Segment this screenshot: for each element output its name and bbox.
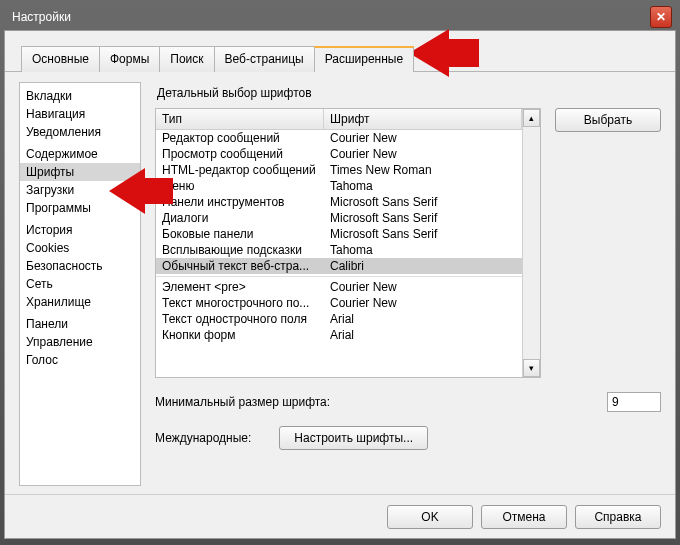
cell-type: Обычный текст веб-стра... <box>156 258 324 274</box>
center-panel: Детальный выбор шрифтов Тип Шрифт Редакт… <box>155 82 661 486</box>
sidebar-item[interactable]: История <box>20 221 140 239</box>
min-size-label: Минимальный размер шрифта: <box>155 395 597 409</box>
sidebar-item[interactable]: Управление <box>20 333 140 351</box>
cell-type: Текст многострочного по... <box>156 295 324 311</box>
col-font[interactable]: Шрифт <box>324 109 522 129</box>
sidebar-item[interactable]: Хранилище <box>20 293 140 311</box>
cell-font: Arial <box>324 311 522 327</box>
content-area: Основные Формы Поиск Веб-страницы Расшир… <box>4 30 676 539</box>
table-header: Тип Шрифт <box>156 109 522 130</box>
scroll-up-icon[interactable]: ▴ <box>523 109 540 127</box>
table-row[interactable]: Просмотр сообщенийCourier New <box>156 146 522 162</box>
sidebar: ВкладкиНавигацияУведомленияСодержимоеШри… <box>19 82 141 486</box>
window-title: Настройки <box>12 10 71 24</box>
intl-label: Международные: <box>155 431 251 445</box>
table-row[interactable]: Обычный текст веб-стра...Calibri <box>156 258 522 274</box>
tab-search[interactable]: Поиск <box>159 46 214 72</box>
table-row[interactable]: Всплывающие подсказкиTahoma <box>156 242 522 258</box>
font-table: Тип Шрифт Редактор сообщенийCourier NewП… <box>155 108 541 378</box>
cell-font: Microsoft Sans Serif <box>324 194 522 210</box>
cell-font: Times New Roman <box>324 162 522 178</box>
cell-font: Arial <box>324 327 522 343</box>
cell-type: Элемент <pre> <box>156 279 324 295</box>
scroll-down-icon[interactable]: ▾ <box>523 359 540 377</box>
table-body: Тип Шрифт Редактор сообщенийCourier NewП… <box>156 109 522 377</box>
min-size-row: Минимальный размер шрифта: <box>155 392 661 412</box>
sidebar-item[interactable]: Сеть <box>20 275 140 293</box>
sidebar-item[interactable]: Панели <box>20 315 140 333</box>
configure-fonts-button[interactable]: Настроить шрифты... <box>279 426 428 450</box>
table-row[interactable]: Текст многострочного по...Courier New <box>156 295 522 311</box>
table-row[interactable]: Текст однострочного поляArial <box>156 311 522 327</box>
cell-font: Courier New <box>324 279 522 295</box>
sidebar-item[interactable]: Загрузки <box>20 181 140 199</box>
sidebar-item[interactable]: Cookies <box>20 239 140 257</box>
table-row[interactable]: ДиалогиMicrosoft Sans Serif <box>156 210 522 226</box>
choose-button[interactable]: Выбрать <box>555 108 661 132</box>
close-icon: ✕ <box>656 10 666 24</box>
table-row[interactable]: Редактор сообщенийCourier New <box>156 130 522 146</box>
help-button[interactable]: Справка <box>575 505 661 529</box>
cell-type: Текст однострочного поля <box>156 311 324 327</box>
table-row[interactable]: HTML-редактор сообщенийTimes New Roman <box>156 162 522 178</box>
cell-type: Всплывающие подсказки <box>156 242 324 258</box>
cell-type: Панели инструментов <box>156 194 324 210</box>
cell-font: Microsoft Sans Serif <box>324 226 522 242</box>
cell-font: Courier New <box>324 146 522 162</box>
sidebar-item[interactable]: Уведомления <box>20 123 140 141</box>
cancel-button[interactable]: Отмена <box>481 505 567 529</box>
sidebar-item[interactable]: Содержимое <box>20 145 140 163</box>
cell-font: Courier New <box>324 130 522 146</box>
cell-font: Calibri <box>324 258 522 274</box>
tab-basic[interactable]: Основные <box>21 46 100 72</box>
sidebar-item[interactable]: Голос <box>20 351 140 369</box>
table-row[interactable]: Боковые панелиMicrosoft Sans Serif <box>156 226 522 242</box>
cell-type: HTML-редактор сообщений <box>156 162 324 178</box>
right-column: Выбрать <box>555 108 661 378</box>
col-type[interactable]: Тип <box>156 109 324 129</box>
scroll-track[interactable] <box>523 127 540 359</box>
cell-font: Tahoma <box>324 178 522 194</box>
table-row[interactable]: Кнопки формArial <box>156 327 522 343</box>
tabs-row: Основные Формы Поиск Веб-страницы Расшир… <box>5 31 675 72</box>
sidebar-item[interactable]: Вкладки <box>20 87 140 105</box>
cell-type: Диалоги <box>156 210 324 226</box>
tab-forms[interactable]: Формы <box>99 46 160 72</box>
cell-type: Просмотр сообщений <box>156 146 324 162</box>
cell-type: Редактор сообщений <box>156 130 324 146</box>
cell-font: Microsoft Sans Serif <box>324 210 522 226</box>
min-size-input[interactable] <box>607 392 661 412</box>
main-area: ВкладкиНавигацияУведомленияСодержимоеШри… <box>5 72 675 494</box>
ok-button[interactable]: OK <box>387 505 473 529</box>
titlebar: Настройки ✕ <box>4 4 676 30</box>
close-button[interactable]: ✕ <box>650 6 672 28</box>
sidebar-item[interactable]: Безопасность <box>20 257 140 275</box>
table-row[interactable]: МенюTahoma <box>156 178 522 194</box>
settings-window: Настройки ✕ Основные Формы Поиск Веб-стр… <box>0 0 680 545</box>
scrollbar[interactable]: ▴ ▾ <box>522 109 540 377</box>
sidebar-item[interactable]: Программы <box>20 199 140 217</box>
cell-type: Меню <box>156 178 324 194</box>
table-row[interactable]: Панели инструментовMicrosoft Sans Serif <box>156 194 522 210</box>
cell-font: Tahoma <box>324 242 522 258</box>
sidebar-item[interactable]: Навигация <box>20 105 140 123</box>
footer: OK Отмена Справка <box>5 494 675 538</box>
tab-advanced[interactable]: Расширенные <box>314 46 415 72</box>
sidebar-item[interactable]: Шрифты <box>20 163 140 181</box>
table-row[interactable]: Элемент <pre>Courier New <box>156 279 522 295</box>
section-title: Детальный выбор шрифтов <box>155 82 661 108</box>
cell-type: Боковые панели <box>156 226 324 242</box>
svg-marker-0 <box>409 29 479 77</box>
intl-row: Международные: Настроить шрифты... <box>155 426 661 450</box>
cell-font: Courier New <box>324 295 522 311</box>
tab-webpages[interactable]: Веб-страницы <box>214 46 315 72</box>
cell-type: Кнопки форм <box>156 327 324 343</box>
